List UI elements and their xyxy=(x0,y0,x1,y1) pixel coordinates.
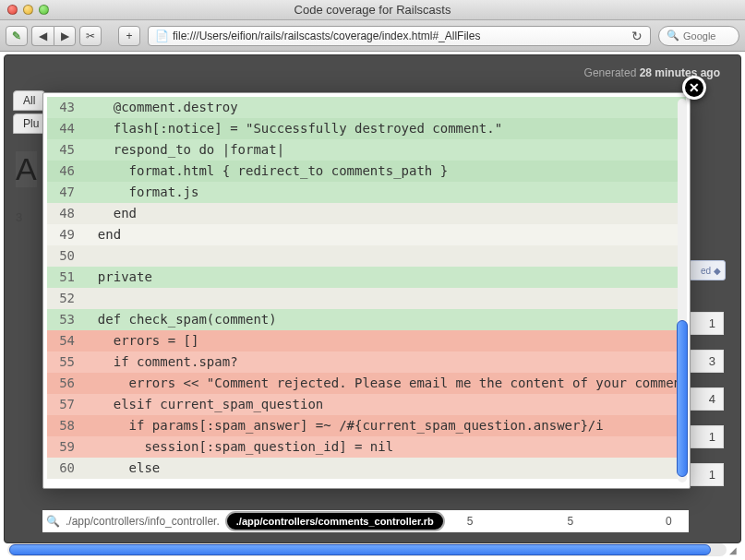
back-button[interactable]: ◀ xyxy=(31,26,54,46)
line-number: 49 xyxy=(47,224,82,245)
line-code: private xyxy=(82,267,686,288)
generated-value: 28 minutes ago xyxy=(640,66,720,79)
line-code: def check_spam(comment) xyxy=(82,309,686,330)
clip-button[interactable]: ✂ xyxy=(79,26,102,46)
code-line: 45 respond_to do |format| xyxy=(47,139,686,161)
code-line: 44 flash[:notice] = "Successfully destro… xyxy=(47,118,686,139)
breadcrumb-col-2: 5 xyxy=(567,515,573,528)
code-line: 58 if params[:spam_answer] =~ /#{current… xyxy=(47,415,686,436)
line-code xyxy=(82,245,686,267)
code-listing[interactable]: 43 @comment.destroy44 flash[:notice] = "… xyxy=(47,97,686,484)
code-coverage-modal: 43 @comment.destroy44 flash[:notice] = "… xyxy=(42,92,691,489)
code-line: 43 @comment.destroy xyxy=(47,97,686,118)
horizontal-scrollbar[interactable] xyxy=(7,543,727,556)
forward-icon: ▶ xyxy=(61,30,69,42)
line-number: 52 xyxy=(47,288,82,309)
traffic-lights xyxy=(7,5,49,15)
line-code: flash[:notice] = "Successfully destroyed… xyxy=(82,118,686,139)
line-number: 60 xyxy=(47,458,82,479)
vertical-scrollbar[interactable] xyxy=(675,99,689,483)
code-line: 54 errors = [] xyxy=(47,330,686,351)
line-code: if comment.spam? xyxy=(82,351,686,373)
line-code xyxy=(82,288,686,309)
line-number: 55 xyxy=(47,351,82,373)
resize-corner-icon[interactable]: ◢ xyxy=(729,545,742,558)
code-line: 59 session[:spam_question_id] = nil xyxy=(47,436,686,458)
search-icon: 🔍 xyxy=(46,515,60,528)
search-input[interactable] xyxy=(683,30,745,42)
line-number: 59 xyxy=(47,436,82,458)
reload-button[interactable]: ↻ xyxy=(630,29,644,43)
browser-toolbar: ✎ ◀ ▶ ✂ + 📄 ↻ 🔍 xyxy=(0,20,745,52)
breadcrumb-col-3: 0 xyxy=(666,515,672,528)
bg-tab-all[interactable]: All xyxy=(13,90,45,111)
line-code: respond_to do |format| xyxy=(82,139,686,161)
close-window-button[interactable] xyxy=(7,5,18,15)
line-code: if params[:spam_answer] =~ /#{current_sp… xyxy=(82,415,686,436)
code-line: 46 format.html { redirect_to comments_pa… xyxy=(47,161,686,182)
line-code: format.html { redirect_to comments_path … xyxy=(82,161,686,182)
bg-count: 3 xyxy=(16,210,22,224)
code-line: 47 format.js xyxy=(47,182,686,203)
breadcrumb-col-1: 5 xyxy=(467,515,474,528)
search-icon: 🔍 xyxy=(667,30,679,42)
code-line: 52 xyxy=(47,288,686,309)
breadcrumb-current-file[interactable]: ./app/controllers/comments_controller.rb xyxy=(225,511,445,531)
code-line: 55 if comment.spam? xyxy=(47,351,686,373)
code-line: 49 end xyxy=(47,224,686,245)
favicon-icon: 📄 xyxy=(154,29,169,43)
clip-icon: ✂ xyxy=(86,30,95,42)
line-number: 51 xyxy=(47,267,82,288)
add-tab-button[interactable]: + xyxy=(118,26,140,46)
scrollbar-thumb[interactable] xyxy=(677,320,688,477)
line-code: errors << "Comment rejected. Please emai… xyxy=(82,373,686,394)
line-number: 46 xyxy=(47,161,82,182)
line-number: 45 xyxy=(47,139,82,161)
line-number: 50 xyxy=(47,245,82,267)
sort-icon: ◆ xyxy=(714,266,721,276)
url-bar[interactable]: 📄 ↻ xyxy=(148,26,651,46)
minimize-window-button[interactable] xyxy=(23,5,33,15)
line-number: 57 xyxy=(47,394,82,415)
forward-button[interactable]: ▶ xyxy=(54,26,76,46)
line-number: 56 xyxy=(47,373,82,394)
breadcrumb-path-prev[interactable]: ./app/controllers/info_controller. xyxy=(66,515,220,528)
search-bar[interactable]: 🔍 xyxy=(658,26,739,46)
line-code: errors = [] xyxy=(82,330,686,351)
line-code: session[:spam_question_id] = nil xyxy=(82,436,686,458)
code-line: 51 private xyxy=(47,267,686,288)
line-number: 43 xyxy=(47,97,82,118)
code-line: 50 xyxy=(47,245,686,267)
modal-close-button[interactable]: ✕ xyxy=(682,76,706,100)
line-code: format.js xyxy=(82,182,686,203)
line-number: 58 xyxy=(47,415,82,436)
code-line: 48 end xyxy=(47,203,686,224)
file-breadcrumb: 🔍 ./app/controllers/info_controller. ./a… xyxy=(42,510,689,532)
line-number: 47 xyxy=(47,182,82,203)
line-code: end xyxy=(82,203,686,224)
line-number: 44 xyxy=(47,118,82,139)
line-number: 53 xyxy=(47,309,82,330)
horizontal-scrollbar-thumb[interactable] xyxy=(9,544,711,555)
line-number: 54 xyxy=(47,330,82,351)
bg-sort-label: ed xyxy=(701,266,711,276)
window-titlebar: Code coverage for Railscasts xyxy=(0,0,745,20)
bg-section-letter: A xyxy=(16,151,37,187)
bg-sort-header[interactable]: ed ◆ xyxy=(689,260,726,280)
code-line: 56 errors << "Comment rejected. Please e… xyxy=(47,373,686,394)
code-line: 60 else xyxy=(47,458,686,479)
code-line: 53 def check_spam(comment) xyxy=(47,309,686,330)
nav-button-group: ◀ ▶ xyxy=(31,26,76,46)
zoom-window-button[interactable] xyxy=(39,5,49,15)
close-icon: ✕ xyxy=(689,80,700,95)
line-code: else xyxy=(82,458,686,479)
window-title: Code coverage for Railscasts xyxy=(0,3,745,17)
generated-label: Generated xyxy=(584,66,640,79)
plus-icon: + xyxy=(126,30,132,42)
code-line: 57 elsif current_spam_question xyxy=(47,394,686,415)
url-input[interactable] xyxy=(173,30,630,42)
line-code: elsif current_spam_question xyxy=(82,394,686,415)
line-number: 48 xyxy=(47,203,82,224)
evernote-button[interactable]: ✎ xyxy=(6,26,28,46)
evernote-icon: ✎ xyxy=(12,30,21,42)
